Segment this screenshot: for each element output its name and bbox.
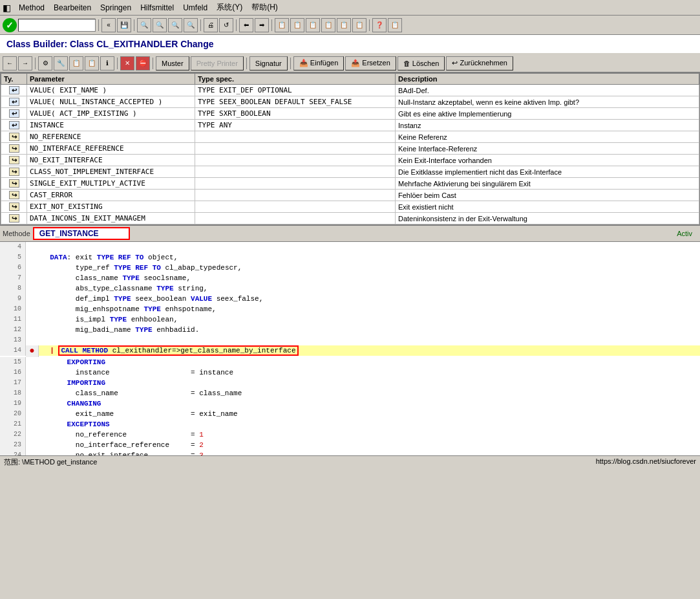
line-code: def_impl TYPE seex_boolean VALUE seex_fa… bbox=[39, 294, 700, 304]
table-row: ↪ SINGLE_EXIT_MULTIPLY_ACTIVE Mehrfache … bbox=[1, 178, 699, 190]
code-line: 12 mig_badi_name TYPE enhbadiid. bbox=[0, 325, 700, 335]
pretty-printer-btn[interactable]: Pretty Printer bbox=[191, 56, 244, 71]
table-row: ↪ DATA_INCONS_IN_EXIT_MANAGEM Dateninkon… bbox=[1, 213, 699, 224]
cell-typespec bbox=[195, 201, 396, 213]
menu-help[interactable]: 帮助(H) bbox=[248, 1, 282, 14]
line-number: 4 bbox=[0, 242, 26, 252]
signatur-btn[interactable]: Signatur bbox=[249, 56, 288, 71]
tb2-sep1 bbox=[35, 58, 36, 69]
line-number: 11 bbox=[0, 314, 26, 325]
clipboard-btn2[interactable]: 📋 bbox=[290, 18, 304, 32]
line-number: 17 bbox=[0, 378, 26, 388]
code-line: 5 DATA: exit TYPE REF TO object, bbox=[0, 252, 700, 263]
table-row: ↪ EXIT_NOT_EXISTING Exit existiert nicht bbox=[1, 201, 699, 213]
line-code: no_reference = 1 bbox=[39, 430, 700, 440]
stop-btn[interactable]: ⛔ bbox=[136, 56, 150, 71]
line-code: CHANGING bbox=[39, 398, 700, 409]
search-btn3[interactable]: 🔍 bbox=[168, 18, 182, 32]
clipboard-btn3[interactable]: 📋 bbox=[306, 18, 320, 32]
table-row: ↩ VALUE( ACT_IMP_EXISTING ) TYPE SXRT_BO… bbox=[1, 108, 699, 120]
cell-param: NO_EXIT_INTERFACE bbox=[27, 155, 195, 166]
code-line: 24 no_exit_interface = 3 bbox=[0, 450, 700, 455]
table-row: ↪ NO_REFERENCE Keine Referenz bbox=[1, 131, 699, 143]
menu-system[interactable]: 系统(Y) bbox=[213, 1, 246, 14]
line-number: 22 bbox=[0, 430, 26, 440]
search-btn1[interactable]: 🔍 bbox=[137, 18, 151, 32]
line-icon: ● bbox=[26, 345, 39, 357]
code-line: 20 exit_name = exit_name bbox=[0, 409, 700, 419]
menu-method[interactable]: Method bbox=[15, 2, 48, 14]
cell-typespec: TYPE ANY bbox=[195, 120, 396, 131]
menu-springen[interactable]: Springen bbox=[96, 2, 135, 14]
info2-btn[interactable]: ℹ bbox=[100, 56, 114, 71]
cell-typespec bbox=[195, 166, 396, 178]
cell-typespec bbox=[195, 155, 396, 166]
clipboard-btn4[interactable]: 📋 bbox=[321, 18, 335, 32]
nav-fwd-btn2[interactable]: → bbox=[18, 56, 32, 71]
nav-back-btn[interactable]: « bbox=[101, 18, 116, 32]
toolbar-input[interactable] bbox=[18, 19, 96, 32]
cell-desc: Instanz bbox=[396, 120, 699, 131]
method-name-box: GET_INSTANCE bbox=[33, 227, 130, 240]
method-bar: Methode GET_INSTANCE Activ bbox=[0, 225, 700, 242]
del-btn-red[interactable]: ✕ bbox=[120, 56, 134, 71]
search-btn4[interactable]: 🔍 bbox=[184, 18, 198, 32]
nav-right-btn[interactable]: ➡ bbox=[255, 18, 269, 32]
line-number: 10 bbox=[0, 304, 26, 314]
cell-param: CLASS_NOT_IMPLEMENT_INTERFACE bbox=[27, 166, 195, 178]
save-btn[interactable]: 💾 bbox=[117, 18, 131, 32]
zuruecknehmen-btn[interactable]: ↩ Zurücknehmen bbox=[446, 56, 513, 71]
copy-btn[interactable]: 📋 bbox=[69, 56, 83, 71]
einfuegen-btn[interactable]: 📥 Einfügen bbox=[293, 56, 345, 71]
menu-bearbeiten[interactable]: Bearbeiten bbox=[50, 2, 95, 14]
params-table-container: Ty. Parameter Type spec. Description ↩ V… bbox=[0, 72, 700, 225]
cell-desc: Kein Exit-Interface vorhanden bbox=[396, 155, 699, 166]
clipboard-btn1[interactable]: 📋 bbox=[275, 18, 289, 32]
refresh-btn[interactable]: ↺ bbox=[219, 18, 233, 32]
paste-btn[interactable]: 📋 bbox=[85, 56, 99, 71]
line-number: 7 bbox=[0, 273, 26, 283]
menu-umfeld[interactable]: Umfeld bbox=[179, 2, 211, 14]
green-check-button[interactable]: ✓ bbox=[3, 18, 17, 32]
code-line: 10 mig_enhspotname TYPE enhspotname, bbox=[0, 304, 700, 314]
table-row: ↪ NO_INTERFACE_REFERENCE Keine Interface… bbox=[1, 143, 699, 155]
status-bar: 范围: \METHOD get_instance https://blog.cs… bbox=[0, 455, 700, 468]
method-name: GET_INSTANCE bbox=[39, 229, 99, 238]
cell-type: ↩ bbox=[1, 120, 27, 131]
cell-type: ↩ bbox=[1, 108, 27, 120]
clipboard-btn6[interactable]: 📋 bbox=[352, 18, 366, 32]
muster-btn[interactable]: Muster bbox=[156, 56, 189, 71]
info-btn[interactable]: 📋 bbox=[388, 18, 402, 32]
line-code: exit_name = exit_name bbox=[39, 409, 700, 419]
nav-back-btn2[interactable]: ← bbox=[3, 56, 17, 71]
ersetzen-btn[interactable]: 📤 Ersetzen bbox=[345, 56, 396, 71]
line-number: 24 bbox=[0, 450, 26, 455]
nav-left-btn[interactable]: ⬅ bbox=[239, 18, 253, 32]
cell-typespec: TYPE SEEX_BOOLEAN DEFAULT SEEX_FALSE bbox=[195, 96, 396, 108]
tool-btn[interactable]: 🔧 bbox=[54, 56, 68, 71]
print-btn[interactable]: 🖨 bbox=[204, 18, 218, 32]
code-line: 8 abs_type_classname TYPE string, bbox=[0, 283, 700, 294]
clipboard-btn5[interactable]: 📋 bbox=[337, 18, 351, 32]
app-icon: ◧ bbox=[3, 3, 11, 13]
cell-typespec: TYPE EXIT_DEF OPTIONAL bbox=[195, 85, 396, 96]
line-number: 14 bbox=[0, 345, 26, 356]
undo-icon: ↩ bbox=[452, 59, 458, 67]
cell-desc: Null-Instanz akzeptabel, wenn es keine a… bbox=[396, 96, 699, 108]
second-toolbar: ← → ⚙ 🔧 📋 📋 ℹ ✕ ⛔ Muster Pretty Printer … bbox=[0, 54, 700, 72]
help-btn[interactable]: ❓ bbox=[372, 18, 387, 32]
loeschen-btn[interactable]: 🗑 Löschen bbox=[398, 56, 445, 71]
cell-type: ↪ bbox=[1, 201, 27, 213]
settings-btn[interactable]: ⚙ bbox=[38, 56, 52, 71]
code-editor[interactable]: 4 5 DATA: exit TYPE REF TO object, 6 typ… bbox=[0, 242, 700, 455]
table-row: ↩ VALUE( EXIT_NAME ) TYPE EXIT_DEF OPTIO… bbox=[1, 85, 699, 96]
line-number: 20 bbox=[0, 409, 26, 419]
line-number: 23 bbox=[0, 440, 26, 450]
line-number: 16 bbox=[0, 367, 26, 378]
menu-hilfsmittel[interactable]: Hilfsmittel bbox=[136, 2, 178, 14]
line-code: | CALL METHOD cl_exithandler=>get_class_… bbox=[39, 345, 700, 356]
tb2-sep3 bbox=[153, 58, 153, 69]
cell-desc: Fehlöer beim Cast bbox=[396, 190, 699, 201]
search-btn2[interactable]: 🔍 bbox=[153, 18, 167, 32]
cell-type: ↪ bbox=[1, 213, 27, 224]
